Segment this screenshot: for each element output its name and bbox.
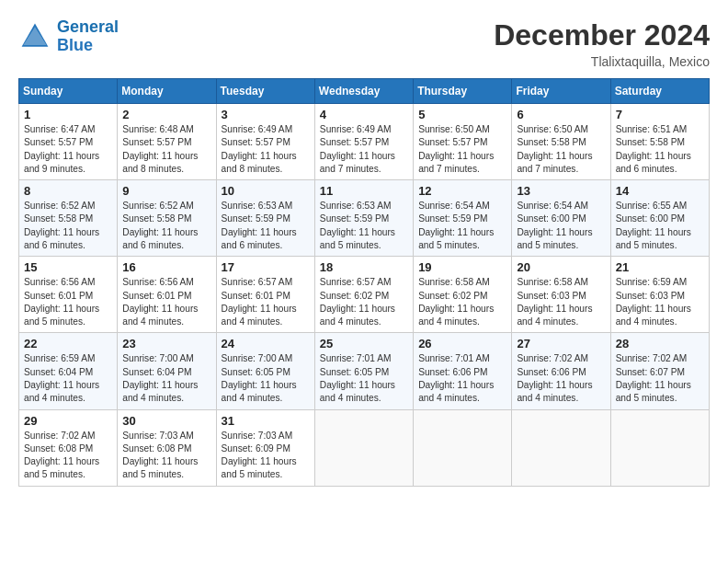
- page-header: General Blue December 2024 Tlalixtaquill…: [18, 18, 710, 69]
- day-info: Sunrise: 6:48 AMSunset: 5:57 PMDaylight:…: [122, 123, 210, 176]
- day-info: Sunrise: 6:51 AMSunset: 5:58 PMDaylight:…: [616, 123, 704, 176]
- day-number: 29: [24, 414, 112, 428]
- day-number: 23: [122, 337, 210, 350]
- day-info: Sunrise: 7:00 AMSunset: 6:04 PMDaylight:…: [122, 352, 210, 405]
- day-number: 8: [24, 184, 112, 198]
- day-number: 7: [616, 108, 704, 121]
- day-number: 16: [122, 260, 210, 274]
- calendar-cell: 31Sunrise: 7:03 AMSunset: 6:09 PMDayligh…: [216, 409, 314, 486]
- calendar-cell: 29Sunrise: 7:02 AMSunset: 6:08 PMDayligh…: [19, 409, 118, 486]
- day-info: Sunrise: 6:50 AMSunset: 5:57 PMDaylight:…: [418, 123, 506, 176]
- calendar-cell: 25Sunrise: 7:01 AMSunset: 6:05 PMDayligh…: [314, 333, 413, 409]
- day-info: Sunrise: 6:59 AMSunset: 6:04 PMDaylight:…: [24, 352, 112, 405]
- day-number: 13: [517, 184, 605, 198]
- weekday-header-thursday: Thursday: [414, 79, 512, 104]
- day-number: 18: [320, 260, 408, 274]
- day-number: 21: [616, 260, 704, 274]
- month-year: December 2024: [494, 18, 710, 52]
- calendar-cell: 20Sunrise: 6:58 AMSunset: 6:03 PMDayligh…: [512, 257, 610, 333]
- day-number: 3: [222, 108, 310, 121]
- calendar-cell: 5Sunrise: 6:50 AMSunset: 5:57 PMDaylight…: [414, 104, 512, 180]
- weekday-header-friday: Friday: [512, 79, 610, 104]
- calendar-cell: 27Sunrise: 7:02 AMSunset: 6:06 PMDayligh…: [512, 333, 610, 409]
- calendar-cell: [314, 409, 413, 486]
- day-info: Sunrise: 6:58 AMSunset: 6:03 PMDaylight:…: [517, 276, 605, 328]
- logo-icon: [18, 20, 51, 53]
- day-info: Sunrise: 7:03 AMSunset: 6:08 PMDaylight:…: [122, 430, 210, 482]
- day-number: 9: [122, 184, 210, 198]
- day-number: 17: [222, 260, 310, 274]
- calendar-cell: 9Sunrise: 6:52 AMSunset: 5:58 PMDaylight…: [118, 180, 216, 257]
- day-info: Sunrise: 6:54 AMSunset: 5:59 PMDaylight:…: [418, 200, 506, 252]
- day-number: 19: [418, 260, 506, 274]
- day-number: 28: [616, 337, 704, 350]
- day-number: 31: [222, 414, 310, 428]
- day-info: Sunrise: 7:02 AMSunset: 6:07 PMDaylight:…: [616, 352, 704, 405]
- day-info: Sunrise: 6:53 AMSunset: 5:59 PMDaylight:…: [320, 200, 408, 252]
- weekday-header-saturday: Saturday: [610, 79, 709, 104]
- calendar-cell: 23Sunrise: 7:00 AMSunset: 6:04 PMDayligh…: [118, 333, 216, 409]
- day-info: Sunrise: 6:57 AMSunset: 6:01 PMDaylight:…: [222, 276, 310, 328]
- calendar-cell: 7Sunrise: 6:51 AMSunset: 5:58 PMDaylight…: [610, 104, 709, 180]
- calendar-cell: 26Sunrise: 7:01 AMSunset: 6:06 PMDayligh…: [414, 333, 512, 409]
- calendar-table: SundayMondayTuesdayWednesdayThursdayFrid…: [18, 78, 710, 487]
- calendar-cell: [414, 409, 512, 486]
- day-info: Sunrise: 6:56 AMSunset: 6:01 PMDaylight:…: [122, 276, 210, 328]
- day-number: 1: [24, 108, 112, 121]
- day-info: Sunrise: 6:53 AMSunset: 5:59 PMDaylight:…: [222, 200, 310, 252]
- day-number: 22: [24, 337, 112, 350]
- weekday-header-monday: Monday: [118, 79, 216, 104]
- day-number: 24: [222, 337, 310, 350]
- weekday-header-wednesday: Wednesday: [314, 79, 413, 104]
- calendar-cell: 22Sunrise: 6:59 AMSunset: 6:04 PMDayligh…: [19, 333, 118, 409]
- calendar-cell: 19Sunrise: 6:58 AMSunset: 6:02 PMDayligh…: [414, 257, 512, 333]
- calendar-cell: 16Sunrise: 6:56 AMSunset: 6:01 PMDayligh…: [118, 257, 216, 333]
- calendar-cell: 4Sunrise: 6:49 AMSunset: 5:57 PMDaylight…: [314, 104, 413, 180]
- day-number: 27: [517, 337, 605, 350]
- location: Tlalixtaquilla, Mexico: [494, 54, 710, 69]
- calendar-cell: 2Sunrise: 6:48 AMSunset: 5:57 PMDaylight…: [118, 104, 216, 180]
- day-number: 6: [517, 108, 605, 121]
- day-info: Sunrise: 6:55 AMSunset: 6:00 PMDaylight:…: [616, 200, 704, 252]
- calendar-cell: 17Sunrise: 6:57 AMSunset: 6:01 PMDayligh…: [216, 257, 314, 333]
- calendar-cell: 1Sunrise: 6:47 AMSunset: 5:57 PMDaylight…: [19, 104, 118, 180]
- day-number: 5: [418, 108, 506, 121]
- logo-text: General Blue: [57, 18, 119, 55]
- day-info: Sunrise: 7:02 AMSunset: 6:06 PMDaylight:…: [517, 352, 605, 405]
- day-number: 10: [222, 184, 310, 198]
- weekday-header-sunday: Sunday: [19, 79, 118, 104]
- calendar-cell: 8Sunrise: 6:52 AMSunset: 5:58 PMDaylight…: [19, 180, 118, 257]
- day-info: Sunrise: 6:49 AMSunset: 5:57 PMDaylight:…: [320, 123, 408, 176]
- day-number: 25: [320, 337, 408, 350]
- day-info: Sunrise: 7:03 AMSunset: 6:09 PMDaylight:…: [222, 430, 310, 482]
- day-number: 14: [616, 184, 704, 198]
- logo: General Blue: [18, 18, 119, 55]
- calendar-cell: [610, 409, 709, 486]
- weekday-header-tuesday: Tuesday: [216, 79, 314, 104]
- day-info: Sunrise: 6:57 AMSunset: 6:02 PMDaylight:…: [320, 276, 408, 328]
- day-info: Sunrise: 6:49 AMSunset: 5:57 PMDaylight:…: [222, 123, 310, 176]
- calendar-cell: 10Sunrise: 6:53 AMSunset: 5:59 PMDayligh…: [216, 180, 314, 257]
- day-info: Sunrise: 6:47 AMSunset: 5:57 PMDaylight:…: [24, 123, 112, 176]
- calendar-cell: 13Sunrise: 6:54 AMSunset: 6:00 PMDayligh…: [512, 180, 610, 257]
- day-info: Sunrise: 6:59 AMSunset: 6:03 PMDaylight:…: [616, 276, 704, 328]
- calendar-cell: 28Sunrise: 7:02 AMSunset: 6:07 PMDayligh…: [610, 333, 709, 409]
- calendar-cell: 14Sunrise: 6:55 AMSunset: 6:00 PMDayligh…: [610, 180, 709, 257]
- day-info: Sunrise: 7:01 AMSunset: 6:05 PMDaylight:…: [320, 352, 408, 405]
- calendar-cell: 30Sunrise: 7:03 AMSunset: 6:08 PMDayligh…: [118, 409, 216, 486]
- day-number: 26: [418, 337, 506, 350]
- calendar-cell: 3Sunrise: 6:49 AMSunset: 5:57 PMDaylight…: [216, 104, 314, 180]
- day-info: Sunrise: 7:01 AMSunset: 6:06 PMDaylight:…: [418, 352, 506, 405]
- day-number: 15: [24, 260, 112, 274]
- day-info: Sunrise: 6:52 AMSunset: 5:58 PMDaylight:…: [24, 200, 112, 252]
- day-info: Sunrise: 6:54 AMSunset: 6:00 PMDaylight:…: [517, 200, 605, 252]
- day-info: Sunrise: 6:50 AMSunset: 5:58 PMDaylight:…: [517, 123, 605, 176]
- svg-marker-1: [23, 27, 46, 45]
- day-number: 2: [122, 108, 210, 121]
- day-number: 11: [320, 184, 408, 198]
- calendar-cell: 6Sunrise: 6:50 AMSunset: 5:58 PMDaylight…: [512, 104, 610, 180]
- day-info: Sunrise: 6:56 AMSunset: 6:01 PMDaylight:…: [24, 276, 112, 328]
- calendar-cell: 12Sunrise: 6:54 AMSunset: 5:59 PMDayligh…: [414, 180, 512, 257]
- title-block: December 2024 Tlalixtaquilla, Mexico: [494, 18, 710, 69]
- day-info: Sunrise: 7:00 AMSunset: 6:05 PMDaylight:…: [222, 352, 310, 405]
